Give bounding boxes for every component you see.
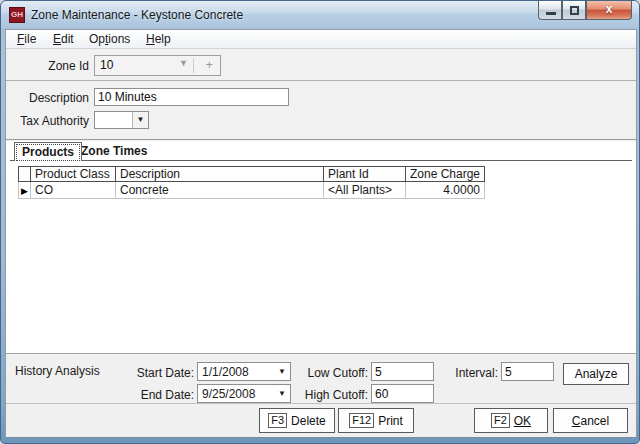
f12-key-badge: F12 <box>349 413 374 428</box>
maximize-icon <box>570 6 579 15</box>
title-bar[interactable]: GH Zone Maintenance - Keystone Concrete … <box>1 1 640 29</box>
menu-file[interactable]: File <box>11 30 42 49</box>
chevron-down-icon[interactable]: ▼ <box>274 363 290 380</box>
column-header-plant-id[interactable]: Plant Id <box>324 167 406 182</box>
analyze-button[interactable]: Analyze <box>563 363 629 385</box>
cell-product-class[interactable]: CO <box>31 182 116 199</box>
zone-id-label: Zone Id <box>11 58 89 74</box>
menu-options[interactable]: Options <box>83 30 136 49</box>
tab-zone-times[interactable]: Zone Times <box>74 142 154 161</box>
start-date-value: 1/1/2008 <box>202 364 249 380</box>
column-header-description[interactable]: Description <box>116 167 324 182</box>
combo-divider <box>193 58 194 73</box>
low-cutoff-label: Low Cutoff: <box>291 365 368 381</box>
close-icon: x <box>606 2 613 16</box>
zone-id-combobox[interactable]: 10 ▼ + <box>94 55 221 76</box>
close-button[interactable]: x <box>586 1 632 20</box>
app-icon: GH <box>9 7 25 23</box>
tax-authority-label: Tax Authority <box>3 113 89 129</box>
low-cutoff-input[interactable] <box>371 362 434 381</box>
row-selector-cell: ▶ <box>19 182 31 199</box>
interval-label: Interval: <box>441 365 498 381</box>
table-row[interactable]: ▶ CO Concrete <All Plants> 4.0000 <box>19 182 485 199</box>
chevron-down-icon[interactable]: ▼ <box>179 58 188 68</box>
cell-zone-charge[interactable]: 4.0000 <box>406 182 485 199</box>
minimize-icon <box>546 12 556 15</box>
products-grid: Product Class Description Plant Id Zone … <box>18 166 485 199</box>
chevron-down-icon[interactable]: ▼ <box>132 112 148 128</box>
print-button-label: Print <box>378 414 403 428</box>
delete-button[interactable]: F3Delete <box>259 408 335 433</box>
menu-edit[interactable]: Edit <box>47 30 80 49</box>
zone-id-value: 10 <box>100 58 113 72</box>
interval-input[interactable] <box>501 362 554 381</box>
end-date-combobox[interactable]: 9/25/2008 ▼ <box>197 384 291 403</box>
f2-key-badge: F2 <box>491 413 510 428</box>
start-date-label: Start Date: <box>101 365 194 381</box>
maximize-button[interactable] <box>562 1 586 20</box>
minimize-button[interactable] <box>538 1 562 20</box>
description-input[interactable] <box>94 88 289 106</box>
chevron-down-icon[interactable]: ▼ <box>274 385 290 402</box>
menu-help[interactable]: Help <box>140 30 177 49</box>
delete-button-label: Delete <box>291 414 326 428</box>
start-date-combobox[interactable]: 1/1/2008 ▼ <box>197 362 291 381</box>
end-date-label: End Date: <box>101 387 194 403</box>
f3-key-badge: F3 <box>268 413 287 428</box>
tax-authority-combobox[interactable]: ▼ <box>94 111 149 129</box>
cell-description[interactable]: Concrete <box>116 182 324 199</box>
analyze-button-label: Analyze <box>575 367 618 381</box>
focus-outline <box>17 145 79 160</box>
cancel-button-label: Cancel <box>572 414 609 428</box>
window-title: Zone Maintenance - Keystone Concrete <box>31 8 243 22</box>
column-header-zone-charge[interactable]: Zone Charge <box>406 167 485 182</box>
add-zone-icon[interactable]: + <box>205 57 213 72</box>
end-date-value: 9/25/2008 <box>202 386 255 402</box>
description-label: Description <box>11 90 89 106</box>
ok-button[interactable]: F2OK <box>474 408 548 433</box>
high-cutoff-input[interactable] <box>371 384 434 403</box>
grid-header-row: Product Class Description Plant Id Zone … <box>19 167 485 182</box>
cancel-button[interactable]: Cancel <box>553 408 628 433</box>
tab-zone-times-label: Zone Times <box>81 144 147 158</box>
column-header-product-class[interactable]: Product Class <box>31 167 116 182</box>
print-button[interactable]: F12Print <box>338 408 414 433</box>
tab-products[interactable]: Products <box>14 142 82 161</box>
ok-button-label: OK <box>514 414 531 428</box>
app-window: GH Zone Maintenance - Keystone Concrete … <box>0 0 640 444</box>
selector-column-header <box>19 167 31 182</box>
high-cutoff-label: High Cutoff: <box>291 387 368 403</box>
menu-bar: File Edit Options Help <box>6 30 636 49</box>
cell-plant-id[interactable]: <All Plants> <box>324 182 406 199</box>
row-selector-icon: ▶ <box>21 186 28 196</box>
